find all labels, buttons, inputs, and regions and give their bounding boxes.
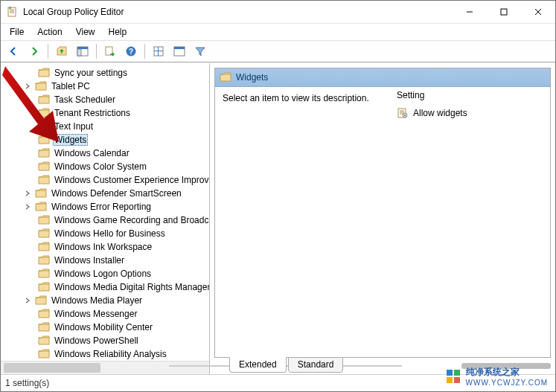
folder-icon — [38, 68, 50, 78]
menu-file[interactable]: File — [4, 25, 30, 39]
tree-item[interactable]: Windows Media Digital Rights Management — [1, 280, 209, 294]
tree-item[interactable]: Windows Defender SmartScreen — [1, 187, 209, 200]
tree-item-label: Tablet PC — [50, 81, 92, 91]
tree-item-label: Sync your settings — [53, 68, 129, 78]
tab-standard[interactable]: Standard — [288, 357, 344, 373]
folder-icon — [220, 72, 231, 83]
tree-pane: Sync your settingsTablet PCTask Schedule… — [1, 63, 210, 374]
tree-item[interactable]: Windows Mobility Center — [1, 321, 209, 334]
tree-item[interactable]: Text Input — [1, 120, 209, 133]
folder-icon — [38, 161, 50, 172]
tree-item[interactable]: Windows Calendar — [1, 147, 209, 160]
close-button[interactable] — [521, 1, 555, 23]
tree-item[interactable]: Windows Ink Workspace — [1, 240, 209, 254]
svg-rect-11 — [77, 49, 81, 56]
toolbar: ? — [1, 40, 555, 62]
svg-rect-4 — [9, 7, 11, 9]
toolbar-separator — [48, 44, 48, 59]
chevron-right-icon[interactable] — [23, 189, 32, 198]
tree-item[interactable]: Windows Hello for Business — [1, 227, 209, 240]
folder-icon — [38, 335, 50, 346]
folder-icon — [38, 94, 50, 105]
help-button[interactable]: ? — [121, 42, 141, 61]
chevron-right-icon[interactable] — [23, 296, 32, 305]
chevron-right-icon[interactable] — [23, 82, 32, 91]
chevron-right-icon[interactable] — [23, 202, 32, 211]
svg-rect-19 — [174, 47, 185, 49]
folder-icon — [38, 148, 50, 158]
folder-icon — [38, 255, 50, 266]
tree-item-label: Windows Media Digital Rights Management — [53, 282, 209, 292]
back-button[interactable] — [4, 42, 23, 61]
up-button[interactable] — [52, 42, 71, 61]
svg-rect-6 — [501, 9, 507, 15]
forward-button[interactable] — [25, 42, 44, 61]
svg-rect-29 — [454, 377, 460, 383]
tree-item-label: Task Scheduler — [53, 94, 117, 105]
tree-item[interactable]: Windows Color System — [1, 160, 209, 173]
maximize-button[interactable] — [487, 1, 521, 23]
folder-icon — [38, 215, 50, 225]
tree-item[interactable]: Sync your settings — [1, 66, 209, 80]
menu-help[interactable]: Help — [103, 25, 133, 39]
main-content: Sync your settingsTablet PCTask Schedule… — [1, 62, 555, 374]
svg-rect-26 — [447, 370, 453, 376]
menu-action[interactable]: Action — [31, 25, 68, 39]
tree-item[interactable]: Windows Error Reporting — [1, 200, 209, 213]
tree-item[interactable]: Windows Customer Experience Improvement … — [1, 173, 209, 187]
policy-tree[interactable]: Sync your settingsTablet PCTask Schedule… — [1, 63, 209, 361]
tree-item[interactable]: Windows Media Player — [1, 294, 209, 307]
detail-pane: Widgets Select an item to view its descr… — [210, 63, 555, 374]
setting-item[interactable]: Allow widgets — [392, 106, 550, 120]
tree-item[interactable]: Tablet PC — [1, 80, 209, 93]
tree-item[interactable]: Widgets — [1, 133, 209, 147]
tree-item-label: Windows Color System — [53, 161, 148, 172]
settings-header[interactable]: Setting — [392, 87, 550, 106]
tree-item[interactable]: Windows Logon Options — [1, 267, 209, 280]
filter-button[interactable] — [191, 42, 210, 61]
toolbar-separator — [144, 44, 145, 59]
tree-item-label: Windows Defender SmartScreen — [50, 188, 183, 199]
tree-item-label: Windows Installer — [53, 255, 126, 266]
svg-rect-17 — [158, 47, 159, 56]
tree-item[interactable]: Task Scheduler — [1, 93, 209, 106]
tree-item[interactable]: Windows Messenger — [1, 307, 209, 321]
tree-item-label: Windows Messenger — [53, 309, 138, 319]
tree-item-label: Windows Reliability Analysis — [53, 349, 168, 359]
folder-icon — [38, 349, 50, 359]
tree-item[interactable]: Tenant Restrictions — [1, 106, 209, 120]
folder-icon — [38, 108, 50, 118]
app-icon — [7, 6, 19, 18]
tree-item-label: Windows Hello for Business — [53, 228, 167, 239]
export-button[interactable] — [100, 42, 120, 61]
options-button-2[interactable] — [170, 42, 189, 61]
svg-rect-25 — [404, 115, 406, 116]
tree-item[interactable]: Windows PowerShell — [1, 334, 209, 347]
tree-item-label: Widgets — [53, 134, 88, 146]
watermark: 纯净系统之家 WWW.YCWJZY.COM — [445, 366, 548, 387]
tree-item[interactable]: Windows Installer — [1, 254, 209, 267]
folder-icon — [38, 309, 50, 319]
tree-item-label: Windows Calendar — [53, 148, 131, 158]
svg-text:?: ? — [129, 48, 133, 56]
folder-icon — [38, 269, 50, 279]
status-text: 1 setting(s) — [5, 378, 49, 388]
svg-rect-28 — [447, 377, 453, 383]
options-button[interactable] — [149, 42, 168, 61]
folder-icon — [38, 322, 50, 332]
watermark-main: 纯净系统之家 — [466, 367, 520, 377]
tree-item[interactable]: Windows Reliability Analysis — [1, 347, 209, 361]
tree-item[interactable]: Windows Game Recording and Broadcasting — [1, 213, 209, 227]
folder-icon — [38, 228, 50, 239]
folder-icon — [38, 175, 50, 185]
folder-icon — [38, 242, 50, 252]
folder-icon — [38, 282, 50, 292]
folder-icon — [38, 121, 50, 132]
menu-view[interactable]: View — [70, 25, 101, 39]
minimize-button[interactable] — [453, 1, 487, 23]
toolbar-separator — [96, 44, 97, 59]
show-hide-tree-button[interactable] — [73, 42, 92, 61]
tab-extended[interactable]: Extended — [229, 357, 287, 373]
tree-item-label: Windows Mobility Center — [53, 322, 154, 332]
menu-bar: File Action View Help — [1, 24, 555, 40]
